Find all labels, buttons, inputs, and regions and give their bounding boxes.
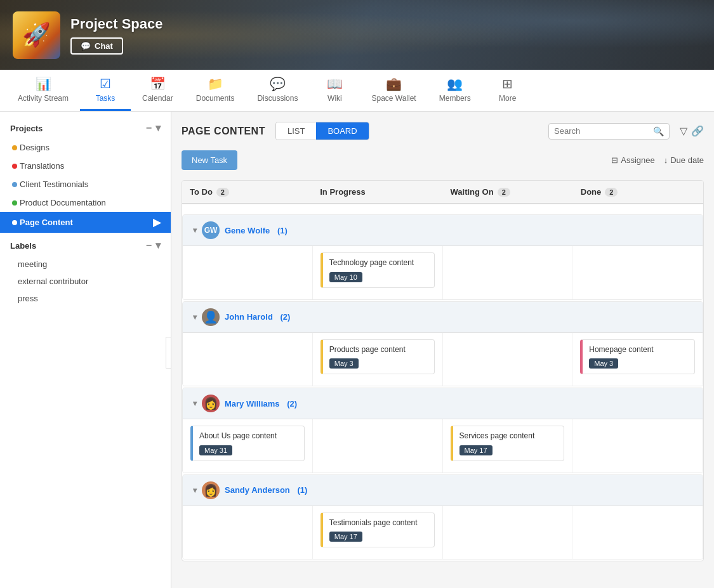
task-title-homepage: Homepage content bbox=[589, 345, 688, 355]
new-task-button[interactable]: New Task bbox=[182, 150, 237, 170]
search-input[interactable] bbox=[554, 126, 649, 136]
labels-dropdown-btn[interactable]: ▾ bbox=[155, 240, 161, 251]
nav-members[interactable]: 👥 Members bbox=[428, 70, 482, 111]
nav-space-wallet[interactable]: 💼 Space Wallet bbox=[360, 70, 427, 111]
john-harold-tasks: Products page content May 3 Homepage con… bbox=[183, 333, 703, 386]
avatar-mary-williams: 👩 bbox=[202, 395, 220, 412]
task-card-technology[interactable]: Technology page content May 10 bbox=[321, 252, 435, 288]
col-todo-label: To Do bbox=[190, 187, 213, 197]
nav-discussions-label: Discussions bbox=[257, 94, 298, 103]
task-card-products[interactable]: Products page content May 3 bbox=[321, 339, 435, 375]
calendar-icon: 📅 bbox=[150, 76, 166, 91]
filter-icons: ▽ 🔗 bbox=[680, 125, 704, 137]
board-view-btn[interactable]: BOARD bbox=[316, 122, 368, 140]
gene-wolfe-name: Gene Wolfe bbox=[225, 226, 270, 235]
activity-stream-icon: 📊 bbox=[36, 76, 51, 91]
labels-section-header: Labels − ▾ bbox=[0, 235, 171, 256]
col-header-done: Done 2 bbox=[573, 181, 703, 204]
label-meeting[interactable]: meeting bbox=[0, 256, 171, 273]
avatar-sandy-anderson: 👩 bbox=[202, 481, 220, 499]
projects-minus-btn[interactable]: − bbox=[146, 123, 152, 133]
task-date-homepage: May 3 bbox=[589, 358, 618, 369]
task-title-about-us: About Us page content bbox=[199, 431, 298, 441]
task-card-testimonials[interactable]: Testimonials page content May 17 bbox=[321, 513, 435, 548]
nav-tasks[interactable]: ☑ Tasks bbox=[80, 70, 131, 111]
nav-wiki-label: Wiki bbox=[327, 94, 342, 103]
task-title-services: Services page content bbox=[459, 431, 558, 441]
members-icon: 👥 bbox=[447, 76, 463, 91]
labels-section-controls: − ▾ bbox=[146, 240, 161, 251]
due-date-sort-icon: ↓ bbox=[664, 155, 668, 165]
nav-documents[interactable]: 📁 Documents bbox=[185, 70, 246, 111]
nav-more[interactable]: ⊞ More bbox=[482, 70, 533, 111]
chat-button[interactable]: 💬 Chat bbox=[70, 37, 123, 55]
assignee-control[interactable]: ⊟ Assignee bbox=[611, 155, 654, 165]
task-card-homepage[interactable]: Homepage content May 3 bbox=[580, 339, 695, 375]
filter-icon[interactable]: ▽ bbox=[680, 125, 687, 137]
dot-product bbox=[12, 200, 17, 206]
sidebar-item-product-documentation[interactable]: Product Documentation bbox=[0, 193, 171, 212]
sidebar-item-translations[interactable]: Translations bbox=[0, 157, 171, 175]
labels-label: Labels bbox=[10, 241, 36, 251]
labels-minus-btn[interactable]: − bbox=[146, 240, 152, 251]
nav-activity-stream[interactable]: 📊 Activity Stream bbox=[6, 70, 80, 111]
sandy-anderson-col-waiting-on bbox=[443, 506, 573, 559]
sidebar-item-page-content[interactable]: Page Content ▶ bbox=[0, 212, 171, 233]
sidebar-product-label: Product Documentation bbox=[20, 198, 106, 207]
projects-label: Projects bbox=[10, 124, 43, 133]
board-column-headers: To Do 2 In Progress Waiting On 2 Done 2 bbox=[182, 181, 703, 204]
assignee-row-gene-wolfe: ▾ GW Gene Wolfe (1) Technology page cont… bbox=[182, 214, 703, 300]
mary-williams-tasks: About Us page content May 31 Services pa… bbox=[183, 419, 703, 473]
label-external-text: external contributor bbox=[18, 277, 88, 286]
board-toolbar: New Task ⊟ Assignee ↓ Due date bbox=[182, 150, 704, 170]
col-header-in-progress: In Progress bbox=[312, 181, 442, 204]
tasks-icon: ☑ bbox=[100, 76, 111, 91]
assignee-header-john-harold[interactable]: ▾ 👤 John Harold (2) bbox=[183, 302, 703, 333]
assignee-header-mary-williams[interactable]: ▾ 👩 Mary Williams (2) bbox=[183, 388, 703, 419]
dot-translations bbox=[12, 164, 17, 169]
sidebar-collapse-btn[interactable]: ‹ bbox=[166, 337, 171, 369]
gene-wolfe-col-in-progress: Technology page content May 10 bbox=[313, 246, 443, 299]
assignee-header-gene-wolfe[interactable]: ▾ GW Gene Wolfe (1) bbox=[183, 215, 703, 246]
sidebar-designs-label: Designs bbox=[20, 143, 50, 152]
wiki-icon: 📖 bbox=[327, 76, 343, 91]
nav-activity-stream-label: Activity Stream bbox=[18, 94, 69, 103]
task-card-about-us[interactable]: About Us page content May 31 bbox=[190, 426, 305, 461]
mary-williams-col-in-progress bbox=[313, 419, 443, 473]
sandy-anderson-col-in-progress: Testimonials page content May 17 bbox=[313, 506, 443, 559]
dot-page-content bbox=[12, 220, 17, 225]
list-view-btn[interactable]: LIST bbox=[276, 122, 316, 140]
due-date-control[interactable]: ↓ Due date bbox=[664, 155, 704, 165]
nav-calendar[interactable]: 📅 Calendar bbox=[131, 70, 185, 111]
task-card-services[interactable]: Services page content May 17 bbox=[451, 426, 565, 461]
assignee-grid-icon: ⊟ bbox=[611, 155, 618, 165]
assignee-header-sandy-anderson[interactable]: ▾ 👩 Sandy Anderson (1) bbox=[183, 475, 703, 506]
board-wrapper: To Do 2 In Progress Waiting On 2 Done 2 bbox=[182, 180, 704, 561]
sidebar-item-designs[interactable]: Designs bbox=[0, 138, 171, 157]
gene-wolfe-col-waiting-on bbox=[443, 246, 573, 299]
label-external-contributor[interactable]: external contributor bbox=[0, 273, 171, 290]
col-done-label: Done bbox=[581, 187, 602, 197]
nav-discussions[interactable]: 💬 Discussions bbox=[246, 70, 309, 111]
sidebar-item-client-testimonials[interactable]: Client Testimonials bbox=[0, 175, 171, 193]
gene-wolfe-col-todo bbox=[183, 246, 313, 299]
arrow-right-icon: ▶ bbox=[153, 216, 161, 228]
nav-wiki[interactable]: 📖 Wiki bbox=[309, 70, 360, 111]
col-todo-count: 2 bbox=[216, 188, 229, 197]
search-icon[interactable]: 🔍 bbox=[653, 126, 664, 136]
assignee-row-john-harold: ▾ 👤 John Harold (2) Products page conten… bbox=[182, 301, 703, 387]
assignee-label: Assignee bbox=[621, 155, 654, 165]
label-press[interactable]: press bbox=[0, 290, 171, 307]
sandy-anderson-col-todo bbox=[183, 506, 313, 559]
discussions-icon: 💬 bbox=[270, 76, 286, 91]
nav-tasks-label: Tasks bbox=[96, 94, 116, 103]
col-done-count: 2 bbox=[605, 188, 618, 197]
app-logo: 🚀 bbox=[13, 11, 60, 59]
assignee-row-mary-williams: ▾ 👩 Mary Williams (2) About Us page cont… bbox=[182, 388, 703, 473]
due-date-label: Due date bbox=[670, 155, 704, 165]
projects-dropdown-btn[interactable]: ▾ bbox=[155, 123, 161, 133]
dot-client bbox=[12, 182, 17, 187]
sandy-anderson-tasks: Testimonials page content May 17 bbox=[183, 506, 703, 559]
link-icon[interactable]: 🔗 bbox=[691, 125, 704, 137]
nav-documents-label: Documents bbox=[196, 94, 235, 103]
